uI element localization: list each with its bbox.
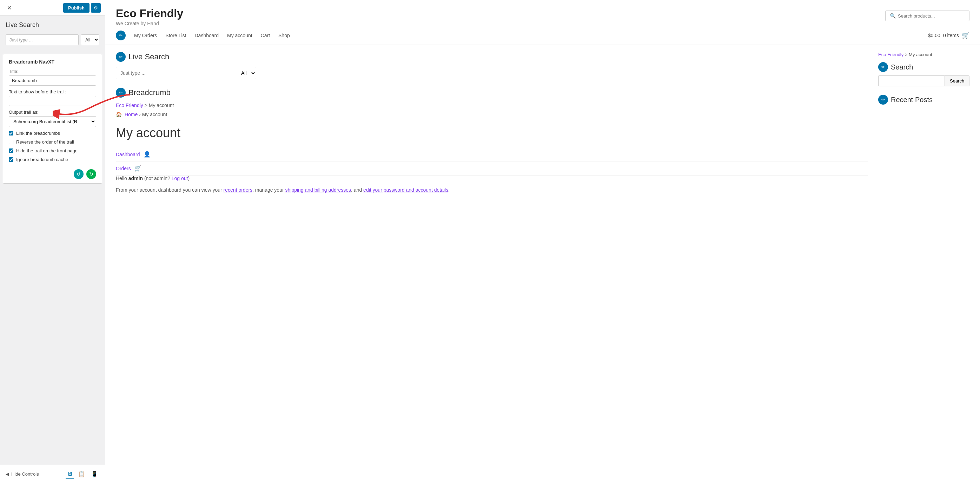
breadcrumb-home-link-1[interactable]: Eco Friendly	[116, 103, 143, 108]
chevron-left-icon: ◀	[6, 472, 9, 477]
account-title: My account	[116, 126, 868, 140]
orders-icon: 🛒	[134, 165, 142, 172]
hide-front-page-checkbox[interactable]	[9, 148, 13, 153]
breadcrumb-navxt-widget: Breadcrumb NavXT Title: Text to show bef…	[3, 54, 102, 184]
breadcrumb-trail-2: 🏠 Home › My account	[116, 112, 868, 117]
sidebar-search-edit-icon[interactable]: ✏	[878, 62, 888, 72]
output-trail-select[interactable]: Schema.org BreadcrumbList (R	[9, 116, 96, 127]
reverse-order-label: Reverse the order of the trail	[16, 139, 74, 145]
site-branding: Eco Friendly We Create by Hand	[116, 7, 183, 26]
desktop-view-button[interactable]: 🖥	[66, 469, 74, 479]
logout-link[interactable]: Log out	[172, 175, 188, 181]
site-title: Eco Friendly	[116, 7, 183, 20]
search-icon: 🔍	[890, 13, 896, 19]
live-search-widget: All	[0, 32, 105, 51]
nav-cart-area: $0.00 0 items 🛒	[928, 32, 969, 39]
nav-my-orders[interactable]: My Orders	[134, 33, 157, 38]
nav-store-list[interactable]: Store List	[165, 33, 186, 38]
content-area: ✏ Live Search All ✏ Breadcrumb Eco Frie	[105, 45, 980, 210]
nav-edit-icon[interactable]: ✏	[116, 30, 126, 40]
cart-amount: $0.00	[928, 33, 940, 38]
widget-green-button[interactable]: ↻	[86, 169, 96, 179]
account-hello: Hello admin (not admin? Log out)	[116, 175, 868, 181]
bottom-bar: ◀ Hide Controls 🖥 📋 📱	[0, 465, 105, 483]
hide-controls-label: Hide Controls	[11, 472, 39, 477]
panel-title: Live Search	[0, 16, 105, 32]
tablet-view-button[interactable]: 📋	[77, 469, 87, 479]
live-search-main-input[interactable]	[116, 67, 236, 79]
recent-orders-link[interactable]: recent orders	[224, 187, 252, 193]
breadcrumb-section: ✏ Breadcrumb Eco Friendly > My account 🏠…	[116, 88, 868, 117]
sidebar-breadcrumb-link[interactable]: Eco Friendly	[878, 52, 904, 57]
title-field-label: Title:	[9, 69, 96, 74]
live-search-section: ✏ Live Search All	[116, 52, 868, 79]
live-search-input[interactable]	[6, 34, 79, 45]
dashboard-link[interactable]: Dashboard	[116, 152, 140, 157]
sidebar-search-widget: ✏ Search Search	[878, 62, 969, 86]
search-products-input[interactable]	[898, 13, 965, 19]
live-search-select[interactable]: All	[81, 34, 99, 45]
password-link[interactable]: edit your password and account details	[363, 187, 448, 193]
link-breadcrumbs-checkbox[interactable]	[9, 131, 13, 135]
cart-icon[interactable]: 🛒	[962, 32, 969, 39]
gear-button[interactable]: ⚙	[91, 3, 101, 13]
mobile-view-button[interactable]: 📱	[89, 469, 99, 479]
device-buttons: 🖥 📋 📱	[66, 469, 99, 479]
account-link-dashboard: Dashboard 👤	[116, 148, 868, 162]
live-search-edit-icon[interactable]: ✏	[116, 52, 126, 62]
nav-my-account[interactable]: My account	[227, 33, 252, 38]
gear-icon: ⚙	[94, 5, 98, 11]
home-icon: 🏠	[116, 112, 122, 117]
live-search-main-select[interactable]: All	[236, 67, 256, 79]
widget-footer: ↺ ↻	[9, 166, 96, 179]
widget-card-title: Breadcrumb NavXT	[9, 59, 96, 65]
recent-posts-edit-icon[interactable]: ✏	[878, 95, 888, 105]
sidebar-breadcrumb: Eco Friendly > My account	[878, 52, 969, 57]
account-desc: From your account dashboard you can view…	[116, 186, 868, 194]
checkbox-reverse-order: Reverse the order of the trail	[9, 139, 96, 145]
link-breadcrumbs-label: Link the breadcrumbs	[16, 130, 60, 136]
ignore-cache-checkbox[interactable]	[9, 157, 13, 162]
main-content: Eco Friendly We Create by Hand 🔍 ✏ My Or…	[105, 0, 980, 483]
checkbox-ignore-cache: Ignore breadcrumb cache	[9, 157, 96, 162]
close-button[interactable]: ✕	[4, 3, 14, 13]
account-links: Dashboard 👤 Orders 🛒	[116, 148, 868, 175]
nav-cart[interactable]: Cart	[261, 33, 270, 38]
hide-controls-button[interactable]: ◀ Hide Controls	[6, 472, 39, 477]
breadcrumb-current-1: My account	[149, 103, 174, 108]
cart-items: 0 items	[943, 33, 959, 38]
orders-link[interactable]: Orders	[116, 166, 131, 171]
title-input[interactable]	[9, 75, 96, 86]
before-trail-input[interactable]	[9, 96, 96, 106]
account-username: admin	[129, 175, 143, 181]
publish-button[interactable]: Publish	[63, 3, 89, 13]
shipping-link[interactable]: shipping and billing addresses	[285, 187, 351, 193]
nav-shop[interactable]: Shop	[278, 33, 290, 38]
checkbox-hide-front-page: Hide the trail on the front page	[9, 148, 96, 153]
sidebar-search-button[interactable]: Search	[945, 75, 969, 86]
sidebar-breadcrumb-current: My account	[909, 52, 932, 57]
recent-posts-title: ✏ Recent Posts	[878, 95, 969, 105]
breadcrumb-section-title: Breadcrumb	[129, 88, 170, 97]
top-bar: ✕ Publish ⚙	[0, 0, 105, 16]
breadcrumb-trail-1: Eco Friendly > My account	[116, 103, 868, 108]
breadcrumb-home-link-2[interactable]: Home	[125, 112, 138, 117]
reverse-order-checkbox[interactable]	[9, 140, 13, 144]
sidebar-column: Eco Friendly > My account ✏ Search Searc…	[878, 52, 969, 203]
widget-teal-button[interactable]: ↺	[74, 169, 84, 179]
breadcrumb-edit-icon[interactable]: ✏	[116, 88, 126, 98]
search-products-box: 🔍	[885, 11, 969, 21]
site-nav: ✏ My Orders Store List Dashboard My acco…	[105, 26, 980, 45]
checkbox-link-breadcrumbs: Link the breadcrumbs	[9, 130, 96, 136]
dashboard-icon: 👤	[143, 151, 151, 157]
sidebar-search-input[interactable]	[878, 75, 945, 86]
left-panel: ✕ Publish ⚙ Live Search All Breadcrumb N…	[0, 0, 105, 483]
breadcrumb-section-header: ✏ Breadcrumb	[116, 88, 868, 98]
output-trail-label: Output trail as:	[9, 110, 96, 115]
nav-dashboard[interactable]: Dashboard	[194, 33, 219, 38]
sidebar-breadcrumb-sep: >	[905, 52, 908, 57]
sidebar-search-row: Search	[878, 75, 969, 86]
main-column: ✏ Live Search All ✏ Breadcrumb Eco Frie	[116, 52, 868, 203]
account-link-orders: Orders 🛒	[116, 162, 868, 175]
live-search-section-title: Live Search	[129, 52, 169, 62]
